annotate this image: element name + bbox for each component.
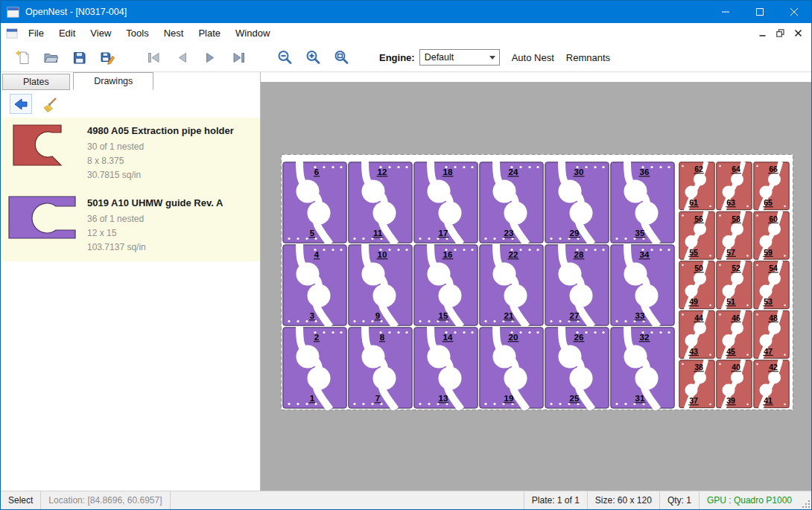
part-number[interactable]: 39 [726,396,735,405]
new-button[interactable] [10,46,35,68]
nest-cell-red[interactable]: 6059 [754,211,789,261]
nest-cell-purple[interactable]: 1817 [414,162,478,244]
part-number[interactable]: 16 [443,250,453,259]
menu-tools[interactable]: Tools [118,23,156,43]
part-number[interactable]: 58 [732,214,740,223]
part-number[interactable]: 7 [375,394,380,403]
part-number[interactable]: 15 [439,311,448,320]
part-number[interactable]: 25 [570,394,580,403]
engine-dropdown-arrow[interactable] [486,50,499,65]
part-number[interactable]: 47 [764,347,773,356]
save-button[interactable] [66,46,92,68]
part-number[interactable]: 4 [314,250,320,259]
nest-cell-purple[interactable]: 3433 [611,244,674,327]
close-button[interactable] [777,1,811,23]
nest-cell-purple[interactable]: 109 [349,244,412,327]
part-number[interactable]: 36 [640,168,650,176]
mdi-minimize-button[interactable] [753,26,771,41]
part-number[interactable]: 59 [764,248,773,257]
part-number[interactable]: 11 [373,229,383,238]
maximize-button[interactable] [743,1,777,23]
nest-cell-purple[interactable]: 65 [283,162,346,244]
part-number[interactable]: 37 [689,396,698,405]
nest-cell-purple[interactable]: 87 [349,327,412,409]
engine-select[interactable]: Default [419,49,500,66]
part-number[interactable]: 50 [694,264,703,272]
part-number[interactable]: 27 [570,311,580,320]
part-number[interactable]: 20 [509,333,518,342]
tab-drawings[interactable]: Drawings [73,72,153,90]
part-number[interactable]: 10 [378,250,387,259]
zoom-out-button[interactable] [272,46,297,68]
nest-cell-purple[interactable]: 2221 [480,244,543,327]
part-number[interactable]: 64 [732,165,740,173]
nest-cell-purple[interactable]: 2423 [480,162,543,244]
part-number[interactable]: 18 [443,168,453,176]
part-number[interactable]: 66 [769,165,778,173]
nest-cell-purple[interactable]: 3635 [611,162,674,244]
nest-cell-red[interactable]: 5251 [717,261,752,310]
part-number[interactable]: 48 [769,313,778,322]
nest-cell-red[interactable]: 5655 [679,211,714,261]
nest-cell-purple[interactable]: 1413 [414,327,478,409]
nest-cell-red[interactable]: 4645 [717,310,752,360]
part-number[interactable]: 62 [694,165,703,173]
part-number[interactable]: 51 [726,297,735,306]
part-number[interactable]: 35 [635,229,645,238]
part-number[interactable]: 34 [640,250,650,259]
drawing-item[interactable]: 4980 A05 Extraction pipe holder 30 of 1 … [1,118,260,190]
mdi-restore-button[interactable] [771,26,789,41]
nest-cell-red[interactable]: 6261 [679,162,714,211]
part-number[interactable]: 24 [509,168,518,176]
nest-cell-purple[interactable]: 43 [283,244,346,327]
clean-drawings-button[interactable] [39,94,61,114]
nest-cell-purple[interactable]: 2827 [545,244,609,327]
part-number[interactable]: 45 [726,347,735,356]
part-number[interactable]: 31 [635,394,645,403]
remnants-button[interactable]: Remnants [566,52,610,63]
nest-cell-purple[interactable]: 2625 [545,327,609,409]
nest-cell-red[interactable]: 3837 [679,360,714,409]
part-number[interactable]: 23 [504,229,514,238]
zoom-in-button[interactable] [300,46,326,68]
part-number[interactable]: 32 [640,333,650,342]
auto-nest-button[interactable]: Auto Nest [512,52,554,63]
part-number[interactable]: 61 [689,198,698,207]
part-number[interactable]: 42 [769,363,778,372]
part-number[interactable]: 13 [439,394,448,403]
part-number[interactable]: 49 [689,297,698,306]
nest-cell-red[interactable]: 5049 [679,261,714,310]
part-number[interactable]: 29 [570,229,580,238]
nav-next-button[interactable] [197,46,223,68]
part-number[interactable]: 54 [769,264,778,272]
menu-edit[interactable]: Edit [51,23,83,43]
part-number[interactable]: 44 [694,313,703,322]
part-number[interactable]: 65 [764,198,773,207]
menu-plate[interactable]: Plate [191,23,228,43]
open-button[interactable] [38,46,63,68]
mdi-close-button[interactable] [789,26,807,41]
nest-cell-red[interactable]: 4443 [679,310,714,360]
part-number[interactable]: 26 [574,333,584,342]
nest-cell-purple[interactable]: 2019 [480,327,543,409]
part-number[interactable]: 56 [694,214,703,223]
part-number[interactable]: 38 [694,363,703,372]
nest-cell-red[interactable]: 5857 [717,211,752,261]
menu-view[interactable]: View [83,23,118,43]
part-number[interactable]: 21 [504,311,514,320]
part-number[interactable]: 3 [310,311,314,320]
part-number[interactable]: 1 [310,394,315,403]
part-number[interactable]: 5 [310,229,315,238]
menu-window[interactable]: Window [228,23,277,43]
nest-cell-purple[interactable]: 3231 [611,327,674,409]
part-number[interactable]: 52 [732,264,740,272]
part-number[interactable]: 60 [769,214,778,223]
part-number[interactable]: 22 [509,250,518,259]
nest-canvas[interactable]: 6512111817242330293635431091615222128273… [261,72,812,492]
part-number[interactable]: 9 [375,311,380,320]
part-number[interactable]: 53 [764,297,773,306]
part-number[interactable]: 2 [314,333,319,342]
nav-last-button[interactable] [226,46,251,68]
resize-grip[interactable] [799,491,811,509]
part-number[interactable]: 63 [726,198,735,207]
